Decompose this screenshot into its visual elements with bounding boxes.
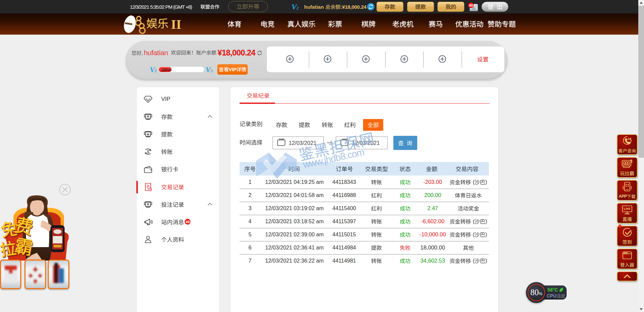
svg-text:24: 24: [628, 137, 631, 141]
svg-text:LIVE: LIVE: [624, 207, 631, 210]
svg-text:7: 7: [628, 163, 630, 165]
svg-text:7: 7: [626, 163, 627, 165]
svg-text:7: 7: [624, 163, 625, 165]
svg-text:$: $: [147, 149, 149, 154]
